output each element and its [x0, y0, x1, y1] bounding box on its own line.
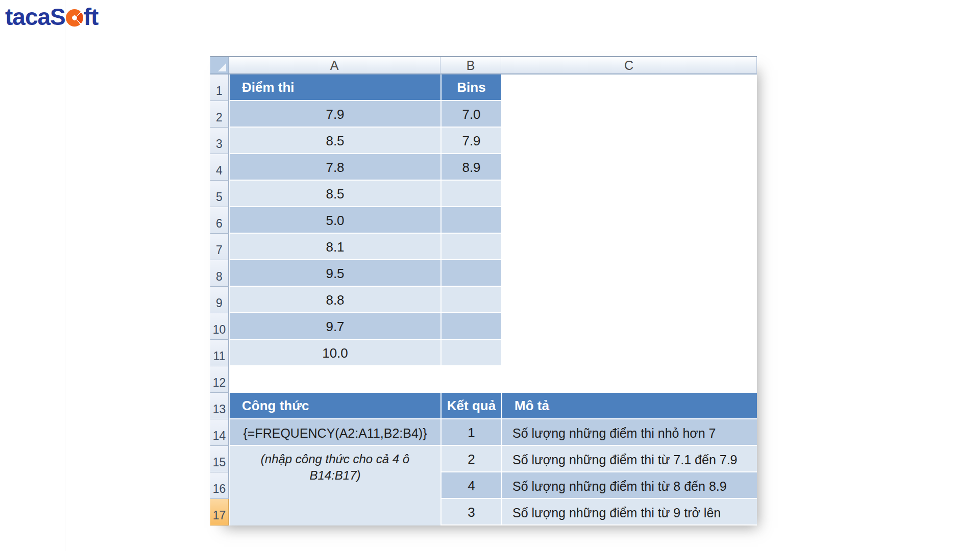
- cell-a4[interactable]: 7.8: [229, 154, 440, 181]
- cell-b1-bins-header[interactable]: Bins: [440, 74, 501, 101]
- cell-a14-frequency-formula[interactable]: {=FREQUENCY(A2:A11,B2:B4)}: [229, 419, 440, 446]
- cell-b9[interactable]: [440, 287, 501, 313]
- logo-text-left: tacaS: [5, 4, 65, 30]
- row-header-2[interactable]: 2: [210, 101, 229, 128]
- cell-a6[interactable]: 5.0: [229, 207, 440, 234]
- row-header-3[interactable]: 3: [210, 128, 229, 154]
- cell-a7[interactable]: 8.1: [229, 234, 440, 260]
- cell-a9[interactable]: 8.8: [229, 287, 440, 313]
- row-header-16[interactable]: 16: [210, 472, 229, 499]
- row-header-13[interactable]: 13: [210, 393, 229, 419]
- column-header-c[interactable]: C: [501, 57, 757, 74]
- cell-a13-formula-header[interactable]: Công thức: [229, 393, 440, 419]
- column-header-b[interactable]: B: [440, 57, 501, 74]
- row-header-9[interactable]: 9: [210, 287, 229, 313]
- cell-b6[interactable]: [440, 207, 501, 234]
- pie-chart-icon: [66, 9, 83, 27]
- cell-b17-result[interactable]: 3: [440, 499, 501, 525]
- column-header-a[interactable]: A: [229, 57, 440, 74]
- cell-c17-description[interactable]: Số lượng những điểm thi từ 9 trở lên: [501, 499, 757, 525]
- cell-b16-result[interactable]: 4: [440, 472, 501, 499]
- cell-b3[interactable]: 7.9: [440, 128, 501, 154]
- spreadsheet-grid: A B C 1 2 3 4 5 6 7 8 9 10 11 12 13 14 1…: [210, 56, 757, 525]
- page-divider-line: [65, 0, 65, 551]
- cell-a15-a17-note[interactable]: (nhập công thức cho cả 4 ô B14:B17): [229, 446, 440, 525]
- row-header-6[interactable]: 6: [210, 207, 229, 234]
- row-header-7[interactable]: 7: [210, 234, 229, 260]
- cell-b15-result[interactable]: 2: [440, 446, 501, 472]
- row-header-4[interactable]: 4: [210, 154, 229, 181]
- cell-b10[interactable]: [440, 313, 501, 340]
- logo-text-right: ft: [84, 4, 99, 30]
- note-line-2: B14:B17): [309, 467, 360, 484]
- row-header-10[interactable]: 10: [210, 313, 229, 340]
- cell-c16-description[interactable]: Số lượng những điểm thi từ 8 đến 8.9: [501, 472, 757, 499]
- tacasoft-logo: tacaSft: [5, 3, 98, 31]
- row-header-14[interactable]: 14: [210, 419, 229, 446]
- row-header-17-selected[interactable]: 17: [210, 499, 229, 525]
- row-header-11[interactable]: 11: [210, 340, 229, 366]
- row-header-15[interactable]: 15: [210, 446, 229, 472]
- cell-a8[interactable]: 9.5: [229, 260, 440, 287]
- cell-b2[interactable]: 7.0: [440, 101, 501, 128]
- cell-c15-description[interactable]: Số lượng những điểm thi từ 7.1 đến 7.9: [501, 446, 757, 472]
- cell-b14-result[interactable]: 1: [440, 419, 501, 446]
- select-all-corner[interactable]: [210, 57, 229, 74]
- page: { "logo": { "part1": "tacaS", "part2": "…: [0, 0, 980, 551]
- note-line-1: (nhập công thức cho cả 4 ô: [261, 451, 409, 467]
- cell-b5[interactable]: [440, 181, 501, 207]
- cell-b7[interactable]: [440, 234, 501, 260]
- cell-a2[interactable]: 7.9: [229, 101, 440, 128]
- cell-a11[interactable]: 10.0: [229, 340, 440, 366]
- cell-b8[interactable]: [440, 260, 501, 287]
- cell-a1-scores-header[interactable]: Điểm thi: [229, 74, 440, 101]
- cell-b11[interactable]: [440, 340, 501, 366]
- row-header-5[interactable]: 5: [210, 181, 229, 207]
- cell-c14-description[interactable]: Số lượng những điểm thi nhỏ hơn 7: [501, 419, 757, 446]
- row-header-12[interactable]: 12: [210, 366, 229, 393]
- cell-b13-result-header[interactable]: Kết quả: [440, 393, 501, 419]
- cell-c13-description-header[interactable]: Mô tả: [501, 393, 757, 419]
- row-header-1[interactable]: 1: [210, 74, 229, 101]
- cell-a5[interactable]: 8.5: [229, 181, 440, 207]
- cell-b4[interactable]: 8.9: [440, 154, 501, 181]
- cell-a10[interactable]: 9.7: [229, 313, 440, 340]
- row-header-8[interactable]: 8: [210, 260, 229, 287]
- cell-a3[interactable]: 8.5: [229, 128, 440, 154]
